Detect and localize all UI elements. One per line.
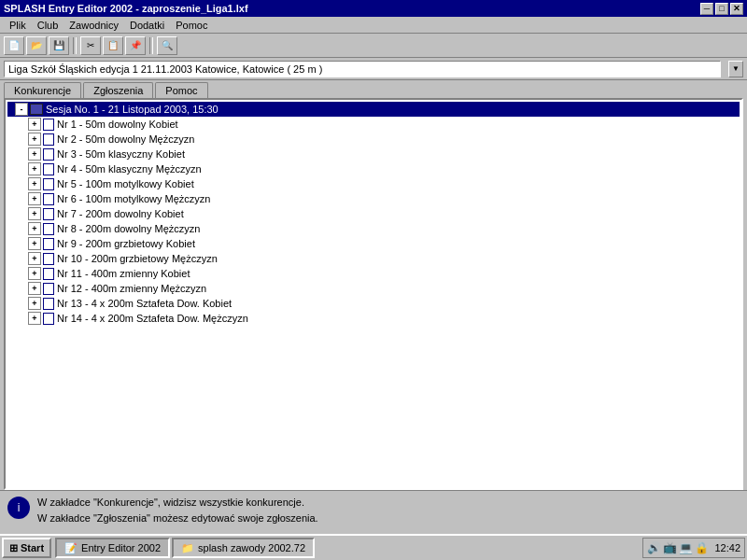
expand-event-icon[interactable]: +: [28, 207, 41, 220]
toolbar-cut[interactable]: ✂: [80, 36, 101, 55]
toolbar-sep2: [149, 37, 153, 54]
menu-dodatki[interactable]: Dodatki: [124, 19, 170, 32]
start-label: Start: [21, 542, 44, 553]
tree-event-11[interactable]: + Nr 11 - 400m zmienny Kobiet: [7, 266, 740, 281]
tab-konkurencje[interactable]: Konkurencje: [4, 82, 81, 98]
address-dropdown[interactable]: ▼: [728, 61, 743, 77]
doc-icon: [43, 313, 54, 325]
tree-event-13[interactable]: + Nr 13 - 4 x 200m Sztafeta Dow. Kobiet: [7, 296, 740, 311]
tree-event-6[interactable]: + Nr 6 - 100m motylkowy Mężczyzn: [7, 191, 740, 206]
doc-icon: [43, 193, 54, 205]
status-area: i W zakładce "Konkurencje", widzisz wszy…: [0, 490, 747, 533]
doc-icon: [43, 163, 54, 175]
toolbar-paste[interactable]: 📌: [125, 36, 146, 55]
expand-event-icon[interactable]: +: [28, 177, 41, 190]
tree-event-8[interactable]: + Nr 8 - 200m dowolny Mężczyzn: [7, 221, 740, 236]
status-line2: W zakładce "Zgłoszenia" możesz edytować …: [37, 511, 318, 526]
taskbar-entry-icon: 📝: [64, 542, 78, 554]
event-label: Nr 9 - 200m grzbietowy Kobiet: [57, 238, 195, 249]
doc-icon: [43, 178, 54, 190]
doc-icon: [43, 223, 54, 235]
expand-event-icon[interactable]: +: [28, 237, 41, 250]
expand-event-icon[interactable]: +: [28, 282, 41, 295]
close-button[interactable]: ✕: [730, 3, 743, 15]
event-label: Nr 10 - 200m grzbietowy Mężczyzn: [57, 253, 218, 264]
event-label: Nr 4 - 50m klasyczny Mężczyzn: [57, 163, 202, 175]
tree-event-10[interactable]: + Nr 10 - 200m grzbietowy Mężczyzn: [7, 251, 740, 266]
tab-pomoc[interactable]: Pomoc: [155, 82, 207, 98]
toolbar: 📄 📂 💾 ✂ 📋 📌 🔍: [0, 34, 747, 58]
status-icon: i: [7, 497, 30, 519]
toolbar-sep1: [73, 37, 77, 54]
doc-icon: [43, 283, 54, 295]
status-text: W zakładce "Konkurencje", widzisz wszyst…: [37, 495, 318, 525]
tree-event-14[interactable]: + Nr 14 - 4 x 200m Sztafeta Dow. Mężczyz…: [7, 311, 740, 326]
tree-event-4[interactable]: + Nr 4 - 50m klasyczny Mężczyzn: [7, 161, 740, 176]
start-icon: ⊞: [9, 542, 18, 554]
tree-event-12[interactable]: + Nr 12 - 400m zmienny Mężczyzn: [7, 281, 740, 296]
tray-icon3: 💻: [679, 541, 693, 554]
address-text: Liga Szkół Śląskich edycja 1 21.11.2003 …: [4, 61, 721, 77]
start-button[interactable]: ⊞ Start: [2, 538, 51, 558]
expand-session-icon[interactable]: -: [15, 103, 28, 116]
expand-event-icon[interactable]: +: [28, 147, 41, 161]
doc-icon: [43, 238, 54, 250]
event-label: Nr 14 - 4 x 200m Sztafeta Dow. Mężczyzn: [57, 313, 248, 324]
doc-icon: [43, 253, 54, 265]
tree-event-9[interactable]: + Nr 9 - 200m grzbietowy Kobiet: [7, 236, 740, 251]
toolbar-open[interactable]: 📂: [26, 36, 47, 55]
toolbar-extra[interactable]: 🔍: [157, 36, 177, 55]
tree-event-5[interactable]: + Nr 5 - 100m motylkowy Kobiet: [7, 176, 740, 191]
menu-bar: Plik Club Zawodnicy Dodatki Pomoc: [0, 17, 747, 34]
status-line1: W zakładce "Konkurencje", widzisz wszyst…: [37, 495, 318, 511]
tabs-container: Konkurencje Zgłoszenia Pomoc: [0, 80, 747, 98]
menu-pomoc[interactable]: Pomoc: [170, 19, 213, 32]
doc-icon: [43, 268, 54, 280]
expand-event-icon[interactable]: +: [28, 162, 41, 175]
title-bar: SPLASH Entry Editor 2002 - zaproszenie_L…: [0, 0, 747, 17]
tray-icon2: 📺: [663, 541, 677, 554]
menu-club[interactable]: Club: [32, 19, 64, 32]
expand-event-icon[interactable]: +: [28, 252, 41, 265]
event-label: Nr 3 - 50m klasyczny Kobiet: [57, 148, 185, 160]
tree-event-1[interactable]: + Nr 1 - 50m dowolny Kobiet: [7, 117, 740, 132]
doc-icon: [43, 298, 54, 310]
expand-event-icon[interactable]: +: [28, 133, 41, 146]
taskbar: ⊞ Start 📝 Entry Editor 2002 📁 splash zaw…: [0, 534, 747, 560]
expand-event-icon[interactable]: +: [28, 192, 41, 205]
event-label: Nr 8 - 200m dowolny Mężczyzn: [57, 223, 200, 234]
tree-session[interactable]: - Sesja No. 1 - 21 Listopad 2003, 15:30: [7, 102, 740, 117]
taskbar-splash-zawody[interactable]: 📁 splash zawody 2002.72: [172, 538, 315, 558]
expand-event-icon[interactable]: +: [28, 312, 41, 325]
event-label: Nr 13 - 4 x 200m Sztafeta Dow. Kobiet: [57, 298, 232, 309]
event-label: Nr 12 - 400m zmienny Mężczyzn: [57, 283, 206, 294]
taskbar-entry-label: Entry Editor 2002: [81, 542, 161, 553]
taskbar-items: 📝 Entry Editor 2002 📁 splash zawody 2002…: [55, 538, 642, 558]
tree-event-7[interactable]: + Nr 7 - 200m dowolny Kobiet: [7, 206, 740, 221]
taskbar-tray: 🔊 📺 💻 🔒 12:42: [642, 538, 745, 558]
doc-icon: [43, 119, 54, 131]
taskbar-entry-editor[interactable]: 📝 Entry Editor 2002: [55, 538, 170, 558]
tray-icon4: 🔒: [695, 541, 709, 554]
expand-event-icon[interactable]: +: [28, 267, 41, 280]
tree-view: - Sesja No. 1 - 21 Listopad 2003, 15:30 …: [6, 100, 741, 328]
menu-zawodnicy[interactable]: Zawodnicy: [63, 19, 124, 32]
tree-event-3[interactable]: + Nr 3 - 50m klasyczny Kobiet: [7, 147, 740, 161]
expand-event-icon[interactable]: +: [28, 297, 41, 310]
maximize-button[interactable]: □: [715, 3, 728, 15]
tree-event-2[interactable]: + Nr 2 - 50m dowolny Mężczyzn: [7, 132, 740, 147]
menu-file[interactable]: Plik: [4, 19, 32, 32]
expand-event-icon[interactable]: +: [28, 118, 41, 131]
taskbar-splash-label: splash zawody 2002.72: [198, 542, 305, 553]
expand-event-icon[interactable]: +: [28, 222, 41, 235]
tab-zgloszenia[interactable]: Zgłoszenia: [83, 82, 153, 98]
address-bar: Liga Szkół Śląskich edycja 1 21.11.2003 …: [0, 58, 747, 80]
toolbar-new[interactable]: 📄: [4, 36, 24, 55]
toolbar-save[interactable]: 💾: [49, 36, 69, 55]
event-list: + Nr 1 - 50m dowolny Kobiet + Nr 2 - 50m…: [7, 117, 740, 326]
event-label: Nr 2 - 50m dowolny Mężczyzn: [57, 133, 194, 145]
doc-icon: [43, 208, 54, 220]
toolbar-copy[interactable]: 📋: [103, 36, 123, 55]
minimize-button[interactable]: ─: [700, 3, 713, 15]
event-label: Nr 11 - 400m zmienny Kobiet: [57, 268, 190, 279]
